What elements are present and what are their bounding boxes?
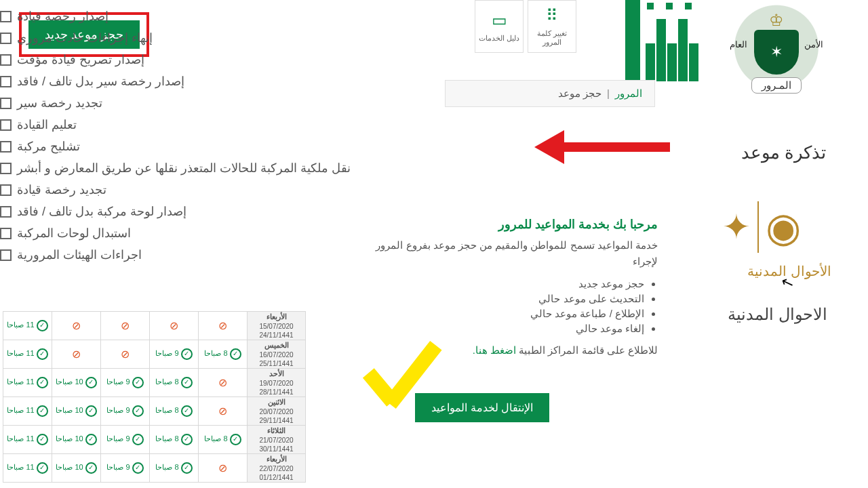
- schedule-slot[interactable]: 11 صباحا: [3, 454, 52, 483]
- service-label: تجديد رخصة قيادة: [17, 182, 106, 197]
- checkbox-icon: [0, 76, 12, 87]
- available-slot: 8 صباحا: [155, 434, 192, 443]
- schedule-slot[interactable]: 11 صباحا: [3, 426, 52, 454]
- schedule-date-cell: الثلاثاء21/07/202030/11/1441: [248, 426, 306, 454]
- schedule-slot[interactable]: ⊘: [199, 397, 248, 426]
- schedule-slot[interactable]: 10 صباحا: [52, 369, 101, 397]
- schedule-slot[interactable]: 8 صباحا: [199, 426, 248, 454]
- blocked-icon: ⊘: [72, 348, 81, 360]
- schedule-row: الأربعاء15/07/202024/11/1441⊘⊘⊘⊘11 صباحا: [3, 312, 306, 340]
- available-slot: 11 صباحا: [7, 463, 47, 471]
- breadcrumb-root[interactable]: المرور: [615, 87, 642, 99]
- schedule-date-cell: الأربعاء22/07/202001/12/1441: [248, 454, 306, 483]
- service-option[interactable]: إنهاء إجراءات حادث مروري: [0, 27, 380, 49]
- checkbox-icon: [0, 33, 12, 44]
- schedule-slot[interactable]: ⊘: [199, 454, 248, 483]
- schedule-slot[interactable]: 10 صباحا: [52, 426, 101, 454]
- keypad-icon: ⠿: [546, 6, 558, 25]
- service-label: إصدار رخصة سير بدل تالف / فاقد: [17, 74, 184, 89]
- service-label: استبدال لوحات المركبة: [17, 226, 131, 241]
- schedule-row: الأربعاء22/07/202001/12/1441⊘8 صباحا9 صب…: [3, 454, 306, 483]
- service-option[interactable]: تشليح مركبة: [0, 136, 380, 157]
- schedule-row: الثلاثاء21/07/202030/11/14418 صباحا8 صبا…: [3, 426, 306, 454]
- traffic-department-emblem: ♔ الأمن العام ✶ المـرور: [726, 1, 827, 103]
- service-checklist: إصدار رخصة قيادةإنهاء إجراءات حادث مروري…: [0, 5, 380, 266]
- palm-swords-icon: ✦: [722, 207, 751, 247]
- service-option[interactable]: تجديد رخصة سير: [0, 92, 380, 114]
- emblem-text-left: العام: [730, 39, 747, 49]
- available-slot: 9 صباحا: [106, 463, 143, 471]
- service-option[interactable]: اجراءات الهيئات المرورية: [0, 244, 380, 266]
- schedule-slot[interactable]: 8 صباحا: [150, 369, 199, 397]
- service-option[interactable]: إصدار لوحة مركبة بدل تالف / فاقد: [0, 201, 380, 222]
- red-arrow-annotation: [534, 130, 670, 161]
- welcome-panel: مرحبا بك بخدمة المواعيد للمرور خدمة المو…: [373, 217, 658, 357]
- schedule-slot[interactable]: ⊘: [52, 340, 101, 369]
- schedule-slot[interactable]: ⊘: [101, 340, 150, 369]
- checkbox-icon: [0, 163, 12, 174]
- welcome-list-item: الإطلاع / طباعة موعد حالي: [373, 308, 644, 320]
- blocked-icon: ⊘: [170, 320, 178, 331]
- schedule-slot[interactable]: 9 صباحا: [101, 369, 150, 397]
- schedule-slot[interactable]: 8 صباحا: [150, 397, 199, 426]
- medical-centers-link[interactable]: اضغط هنا.: [473, 344, 516, 356]
- schedule-slot[interactable]: 9 صباحا: [101, 454, 150, 483]
- service-option[interactable]: إصدار تصريح قيادة مؤقت: [0, 49, 380, 70]
- schedule-slot[interactable]: 9 صباحا: [150, 340, 199, 369]
- checkbox-icon: [0, 206, 12, 218]
- available-slot: 9 صباحا: [155, 349, 192, 357]
- schedule-slot[interactable]: 10 صباحا: [52, 397, 101, 426]
- welcome-list-item: حجز موعد جديد: [373, 278, 644, 290]
- schedule-slot[interactable]: 8 صباحا: [150, 426, 199, 454]
- schedule-row: الاثنين20/07/202029/11/1441⊘8 صباحا9 صبا…: [3, 397, 306, 426]
- checkbox-icon: [0, 98, 12, 109]
- available-slot: 8 صباحا: [155, 378, 192, 386]
- service-option[interactable]: إصدار رخصة سير بدل تالف / فاقد: [0, 70, 380, 92]
- service-label: إصدار رخصة قيادة: [17, 9, 108, 24]
- schedule-date-cell: الخميس16/07/202025/11/1441: [248, 340, 306, 369]
- schedule-slot[interactable]: 9 صباحا: [101, 426, 150, 454]
- schedule-slot[interactable]: 11 صباحا: [3, 397, 52, 426]
- schedule-slot[interactable]: ⊘: [52, 312, 101, 340]
- service-option[interactable]: تجديد رخصة قيادة: [0, 179, 380, 201]
- schedule-slot[interactable]: ⊘: [199, 369, 248, 397]
- available-slot: 8 صباحا: [204, 434, 241, 443]
- available-slot: 10 صباحا: [56, 463, 96, 471]
- blocked-icon: ⊘: [218, 320, 227, 331]
- blocked-icon: ⊘: [121, 320, 130, 331]
- yellow-checkmark-annotation: [359, 339, 454, 420]
- schedule-slot[interactable]: 9 صباحا: [101, 397, 150, 426]
- schedule-slot[interactable]: 11 صباحا: [3, 312, 52, 340]
- schedule-slot[interactable]: ⊘: [199, 312, 248, 340]
- welcome-title: مرحبا بك بخدمة المواعيد للمرور: [373, 217, 658, 232]
- available-slot: 8 صباحا: [155, 406, 192, 414]
- service-label: إصدار لوحة مركبة بدل تالف / فاقد: [17, 204, 186, 219]
- service-label: نقل ملكية المركبة للحالات المتعذر نقلها …: [17, 161, 351, 176]
- change-password-button[interactable]: ⠿ تغيير كلمة المرور: [528, 0, 576, 53]
- schedule-slot[interactable]: 8 صباحا: [199, 340, 248, 369]
- service-option[interactable]: تعليم القيادة: [0, 114, 380, 136]
- schedule-slot[interactable]: 11 صباحا: [3, 340, 52, 369]
- service-option[interactable]: استبدال لوحات المركبة: [0, 222, 380, 244]
- schedule-slot[interactable]: ⊘: [101, 312, 150, 340]
- service-label: إصدار تصريح قيادة مؤقت: [17, 52, 144, 67]
- service-option[interactable]: إصدار رخصة قيادة: [0, 5, 380, 27]
- schedule-row: الأحد19/07/202028/11/1441⊘8 صباحا9 صباحا…: [3, 369, 306, 397]
- services-guide-button[interactable]: ▭ دليل الخدمات: [475, 0, 524, 53]
- schedule-slot[interactable]: 11 صباحا: [3, 369, 52, 397]
- service-label: تجديد رخصة سير: [17, 96, 102, 110]
- services-guide-label: دليل الخدمات: [479, 34, 519, 43]
- schedule-slot[interactable]: 8 صباحا: [150, 454, 199, 483]
- checkbox-icon: [0, 141, 12, 152]
- schedule-slot[interactable]: ⊘: [150, 312, 199, 340]
- schedule-date-cell: الأربعاء15/07/202024/11/1441: [248, 312, 306, 340]
- blocked-icon: ⊘: [218, 462, 227, 474]
- absher-logo: [625, 0, 698, 81]
- schedule-slot[interactable]: 10 صباحا: [52, 454, 101, 483]
- welcome-list-item: إلغاء موعد حالي: [373, 323, 644, 335]
- available-slot: 9 صباحا: [106, 406, 143, 414]
- change-password-label: تغيير كلمة المرور: [528, 29, 576, 47]
- service-option[interactable]: نقل ملكية المركبة للحالات المتعذر نقلها …: [0, 157, 380, 179]
- blocked-icon: ⊘: [218, 377, 227, 388]
- fingerprint-icon: ◉: [766, 203, 801, 251]
